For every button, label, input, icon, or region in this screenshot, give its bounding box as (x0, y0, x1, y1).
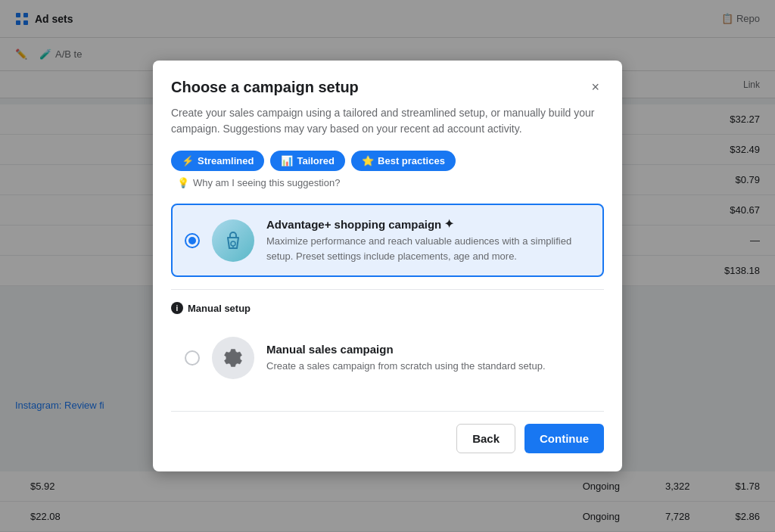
manual-setup-text: Manual setup (188, 303, 251, 314)
lightbulb-icon: 💡 (177, 177, 189, 188)
modal-close-button[interactable]: × (587, 79, 604, 95)
back-button[interactable]: Back (456, 424, 515, 453)
best-practices-icon: ⭐ (362, 155, 374, 166)
manual-setup-label: i Manual setup (171, 302, 604, 314)
modal-footer: Back Continue (171, 411, 604, 453)
streamlined-icon: ⚡ (182, 155, 194, 166)
svg-point-4 (218, 226, 248, 256)
manual-description: Create a sales campaign from scratch usi… (266, 359, 590, 374)
manual-name: Manual sales campaign (266, 343, 590, 356)
manual-info: Manual sales campaign Create a sales cam… (266, 343, 590, 374)
filter-row: ⚡ Streamlined 📊 Tailored ⭐ Best practice… (171, 151, 604, 188)
info-icon: i (171, 302, 183, 314)
advantage-name: Advantage+ shopping campaign ✦ (266, 217, 590, 231)
filter-streamlined-button[interactable]: ⚡ Streamlined (171, 151, 264, 171)
tailored-icon: 📊 (281, 155, 293, 166)
modal-title: Choose a campaign setup (171, 79, 359, 96)
filter-tailored-button[interactable]: 📊 Tailored (270, 151, 345, 171)
sparkle-icon: ✦ (444, 217, 454, 231)
modal-description: Create your sales campaign using a tailo… (171, 105, 604, 137)
streamlined-label: Streamlined (198, 155, 254, 166)
modal-header: Choose a campaign setup × (171, 79, 604, 96)
continue-button[interactable]: Continue (524, 424, 604, 453)
manual-sales-card[interactable]: Manual sales campaign Create a sales cam… (171, 323, 604, 393)
advantage-info: Advantage+ shopping campaign ✦ Maximize … (266, 217, 590, 263)
filter-best-practices-button[interactable]: ⭐ Best practices (351, 151, 456, 171)
manual-radio[interactable] (185, 350, 200, 366)
why-suggestion-link[interactable]: 💡 Why am I seeing this suggestion? (177, 177, 340, 188)
tailored-label: Tailored (297, 155, 335, 166)
advantage-radio[interactable] (185, 233, 200, 248)
why-suggestion-text: Why am I seeing this suggestion? (193, 177, 340, 188)
svg-point-5 (231, 241, 235, 246)
modal-overlay: Choose a campaign setup × Create your sa… (0, 0, 775, 532)
advantage-icon-wrapper (212, 219, 254, 262)
best-practices-label: Best practices (378, 155, 445, 166)
advantage-shopping-card[interactable]: Advantage+ shopping campaign ✦ Maximize … (171, 204, 604, 277)
campaign-setup-modal: Choose a campaign setup × Create your sa… (153, 61, 622, 471)
section-divider (171, 289, 604, 290)
gear-icon-wrapper (212, 337, 254, 379)
advantage-description: Maximize performance and reach valuable … (266, 234, 590, 263)
